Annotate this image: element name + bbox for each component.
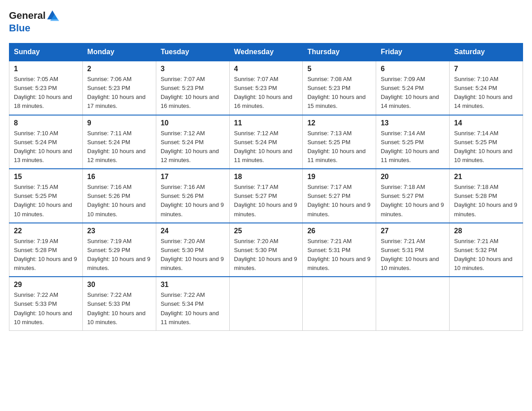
day-info: Sunrise: 7:22 AMSunset: 5:34 PMDaylight:… bbox=[161, 291, 225, 327]
day-info: Sunrise: 7:08 AMSunset: 5:23 PMDaylight:… bbox=[307, 75, 371, 111]
col-header-sunday: Sunday bbox=[9, 43, 83, 61]
day-number: 20 bbox=[381, 173, 445, 181]
day-number: 31 bbox=[161, 281, 225, 289]
day-info: Sunrise: 7:16 AMSunset: 5:26 PMDaylight:… bbox=[87, 183, 151, 219]
day-number: 13 bbox=[381, 119, 445, 127]
calendar-cell: 18Sunrise: 7:17 AMSunset: 5:27 PMDayligh… bbox=[229, 169, 303, 223]
calendar-week-row: 15Sunrise: 7:15 AMSunset: 5:25 PMDayligh… bbox=[9, 169, 523, 223]
day-number: 8 bbox=[14, 119, 78, 127]
calendar-cell bbox=[376, 277, 450, 330]
calendar-week-row: 1Sunrise: 7:05 AMSunset: 5:23 PMDaylight… bbox=[9, 61, 523, 115]
day-number: 18 bbox=[234, 173, 298, 181]
col-header-tuesday: Tuesday bbox=[156, 43, 229, 61]
calendar-cell: 16Sunrise: 7:16 AMSunset: 5:26 PMDayligh… bbox=[82, 169, 156, 223]
calendar-cell: 22Sunrise: 7:19 AMSunset: 5:28 PMDayligh… bbox=[9, 223, 83, 277]
day-info: Sunrise: 7:20 AMSunset: 5:30 PMDaylight:… bbox=[161, 237, 225, 273]
day-number: 19 bbox=[307, 173, 371, 181]
calendar-cell: 23Sunrise: 7:19 AMSunset: 5:29 PMDayligh… bbox=[82, 223, 156, 277]
day-info: Sunrise: 7:18 AMSunset: 5:28 PMDaylight:… bbox=[454, 183, 518, 219]
day-number: 7 bbox=[454, 65, 518, 73]
day-number: 30 bbox=[87, 281, 151, 289]
day-number: 28 bbox=[454, 227, 518, 235]
day-number: 15 bbox=[14, 173, 78, 181]
col-header-thursday: Thursday bbox=[303, 43, 376, 61]
calendar-cell: 14Sunrise: 7:14 AMSunset: 5:25 PMDayligh… bbox=[450, 115, 523, 169]
calendar-cell: 27Sunrise: 7:21 AMSunset: 5:31 PMDayligh… bbox=[376, 223, 450, 277]
day-number: 11 bbox=[234, 119, 298, 127]
calendar-cell: 4Sunrise: 7:07 AMSunset: 5:23 PMDaylight… bbox=[229, 61, 303, 115]
day-number: 14 bbox=[454, 119, 518, 127]
col-header-friday: Friday bbox=[376, 43, 450, 61]
calendar-cell: 21Sunrise: 7:18 AMSunset: 5:28 PMDayligh… bbox=[450, 169, 523, 223]
day-number: 4 bbox=[234, 65, 298, 73]
calendar-cell: 2Sunrise: 7:06 AMSunset: 5:23 PMDaylight… bbox=[82, 61, 156, 115]
day-info: Sunrise: 7:21 AMSunset: 5:32 PMDaylight:… bbox=[454, 237, 518, 273]
calendar-cell: 11Sunrise: 7:12 AMSunset: 5:24 PMDayligh… bbox=[229, 115, 303, 169]
day-number: 27 bbox=[381, 227, 445, 235]
calendar-cell: 19Sunrise: 7:17 AMSunset: 5:27 PMDayligh… bbox=[303, 169, 376, 223]
calendar-cell: 1Sunrise: 7:05 AMSunset: 5:23 PMDaylight… bbox=[9, 61, 83, 115]
day-info: Sunrise: 7:19 AMSunset: 5:28 PMDaylight:… bbox=[14, 237, 78, 273]
calendar-cell bbox=[229, 277, 303, 330]
page-header: General Blue bbox=[9, 9, 523, 34]
day-number: 24 bbox=[161, 227, 225, 235]
calendar-cell: 10Sunrise: 7:12 AMSunset: 5:24 PMDayligh… bbox=[156, 115, 229, 169]
day-info: Sunrise: 7:17 AMSunset: 5:27 PMDaylight:… bbox=[234, 183, 298, 219]
calendar-cell: 3Sunrise: 7:07 AMSunset: 5:23 PMDaylight… bbox=[156, 61, 229, 115]
day-number: 12 bbox=[307, 119, 371, 127]
calendar-cell: 13Sunrise: 7:14 AMSunset: 5:25 PMDayligh… bbox=[376, 115, 450, 169]
day-info: Sunrise: 7:22 AMSunset: 5:33 PMDaylight:… bbox=[87, 291, 151, 327]
calendar-cell: 7Sunrise: 7:10 AMSunset: 5:24 PMDaylight… bbox=[450, 61, 523, 115]
calendar-cell bbox=[450, 277, 523, 330]
day-info: Sunrise: 7:10 AMSunset: 5:24 PMDaylight:… bbox=[454, 75, 518, 111]
day-number: 9 bbox=[87, 119, 151, 127]
day-info: Sunrise: 7:12 AMSunset: 5:24 PMDaylight:… bbox=[234, 129, 298, 165]
day-info: Sunrise: 7:06 AMSunset: 5:23 PMDaylight:… bbox=[87, 75, 151, 111]
calendar-cell: 12Sunrise: 7:13 AMSunset: 5:25 PMDayligh… bbox=[303, 115, 376, 169]
col-header-saturday: Saturday bbox=[450, 43, 523, 61]
logo-icon bbox=[46, 9, 59, 22]
day-info: Sunrise: 7:18 AMSunset: 5:27 PMDaylight:… bbox=[381, 183, 445, 219]
calendar-cell: 15Sunrise: 7:15 AMSunset: 5:25 PMDayligh… bbox=[9, 169, 83, 223]
day-number: 1 bbox=[14, 65, 78, 73]
day-info: Sunrise: 7:22 AMSunset: 5:33 PMDaylight:… bbox=[14, 291, 78, 327]
calendar-cell: 5Sunrise: 7:08 AMSunset: 5:23 PMDaylight… bbox=[303, 61, 376, 115]
calendar-table: SundayMondayTuesdayWednesdayThursdayFrid… bbox=[9, 43, 523, 331]
day-info: Sunrise: 7:07 AMSunset: 5:23 PMDaylight:… bbox=[234, 75, 298, 111]
day-number: 10 bbox=[161, 119, 225, 127]
col-header-monday: Monday bbox=[82, 43, 156, 61]
day-info: Sunrise: 7:09 AMSunset: 5:24 PMDaylight:… bbox=[381, 75, 445, 111]
day-info: Sunrise: 7:21 AMSunset: 5:31 PMDaylight:… bbox=[307, 237, 371, 273]
calendar-cell: 29Sunrise: 7:22 AMSunset: 5:33 PMDayligh… bbox=[9, 277, 83, 330]
calendar-header-row: SundayMondayTuesdayWednesdayThursdayFrid… bbox=[9, 43, 523, 61]
day-info: Sunrise: 7:17 AMSunset: 5:27 PMDaylight:… bbox=[307, 183, 371, 219]
logo: General Blue bbox=[9, 9, 59, 34]
day-info: Sunrise: 7:05 AMSunset: 5:23 PMDaylight:… bbox=[14, 75, 78, 111]
calendar-cell: 25Sunrise: 7:20 AMSunset: 5:30 PMDayligh… bbox=[229, 223, 303, 277]
day-info: Sunrise: 7:11 AMSunset: 5:24 PMDaylight:… bbox=[87, 129, 151, 165]
calendar-cell: 20Sunrise: 7:18 AMSunset: 5:27 PMDayligh… bbox=[376, 169, 450, 223]
day-number: 26 bbox=[307, 227, 371, 235]
calendar-cell bbox=[303, 277, 376, 330]
day-info: Sunrise: 7:14 AMSunset: 5:25 PMDaylight:… bbox=[454, 129, 518, 165]
calendar-cell: 8Sunrise: 7:10 AMSunset: 5:24 PMDaylight… bbox=[9, 115, 83, 169]
day-number: 3 bbox=[161, 65, 225, 73]
calendar-cell: 17Sunrise: 7:16 AMSunset: 5:26 PMDayligh… bbox=[156, 169, 229, 223]
calendar-cell: 9Sunrise: 7:11 AMSunset: 5:24 PMDaylight… bbox=[82, 115, 156, 169]
day-number: 2 bbox=[87, 65, 151, 73]
day-number: 22 bbox=[14, 227, 78, 235]
calendar-cell: 24Sunrise: 7:20 AMSunset: 5:30 PMDayligh… bbox=[156, 223, 229, 277]
col-header-wednesday: Wednesday bbox=[229, 43, 303, 61]
day-number: 16 bbox=[87, 173, 151, 181]
calendar-week-row: 29Sunrise: 7:22 AMSunset: 5:33 PMDayligh… bbox=[9, 277, 523, 330]
day-info: Sunrise: 7:12 AMSunset: 5:24 PMDaylight:… bbox=[161, 129, 225, 165]
day-info: Sunrise: 7:14 AMSunset: 5:25 PMDaylight:… bbox=[381, 129, 445, 165]
day-number: 17 bbox=[161, 173, 225, 181]
day-number: 29 bbox=[14, 281, 78, 289]
day-info: Sunrise: 7:13 AMSunset: 5:25 PMDaylight:… bbox=[307, 129, 371, 165]
day-info: Sunrise: 7:21 AMSunset: 5:31 PMDaylight:… bbox=[381, 237, 445, 273]
day-number: 23 bbox=[87, 227, 151, 235]
calendar-cell: 26Sunrise: 7:21 AMSunset: 5:31 PMDayligh… bbox=[303, 223, 376, 277]
calendar-cell: 28Sunrise: 7:21 AMSunset: 5:32 PMDayligh… bbox=[450, 223, 523, 277]
day-info: Sunrise: 7:07 AMSunset: 5:23 PMDaylight:… bbox=[161, 75, 225, 111]
